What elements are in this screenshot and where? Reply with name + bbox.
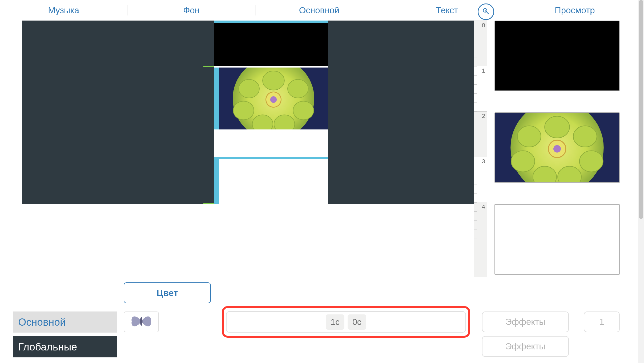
svg-point-4 <box>293 101 314 120</box>
duration-input[interactable]: 1с 0с <box>226 311 466 333</box>
thumb-black[interactable] <box>494 21 620 91</box>
tab-main[interactable]: Основной <box>256 5 383 15</box>
svg-point-21 <box>553 145 561 153</box>
side-tab-global[interactable]: Глобальные <box>13 336 117 357</box>
svg-point-7 <box>233 101 254 120</box>
tab-preview[interactable]: Просмотр <box>511 5 638 15</box>
clip-black[interactable] <box>214 21 328 66</box>
ruler-tick: 0 <box>482 22 485 29</box>
svg-point-14 <box>573 126 597 147</box>
timeline-marker <box>214 157 328 159</box>
timeline-center-track[interactable] <box>214 21 328 204</box>
duration-control-highlight: 1с 0с <box>222 306 470 338</box>
clip-gap <box>214 129 328 157</box>
svg-point-10 <box>270 96 277 103</box>
svg-point-22 <box>140 317 143 326</box>
thumb-white[interactable] <box>494 204 620 275</box>
butterfly-icon <box>129 313 153 331</box>
tab-music[interactable]: Музыка <box>0 5 128 15</box>
svg-point-2 <box>263 71 284 90</box>
effects-count-input[interactable]: 1 <box>584 311 620 332</box>
side-tab-main[interactable]: Основной <box>13 311 117 333</box>
duration-in-chip[interactable]: 1с <box>326 314 344 330</box>
timeline-ruler: 0 1 2 3 4 <box>474 21 487 277</box>
scroll-thumb[interactable] <box>639 0 643 219</box>
thumb-image[interactable] <box>494 112 620 183</box>
timeline-marker-top <box>214 21 328 23</box>
side-tabs: Основной Глобальные <box>13 311 117 357</box>
svg-point-15 <box>579 151 603 172</box>
ruler-tick: 3 <box>482 158 485 165</box>
svg-point-19 <box>517 126 541 147</box>
editor-canvas[interactable] <box>22 21 474 204</box>
svg-point-8 <box>239 80 259 98</box>
page-scrollbar[interactable] <box>638 0 644 363</box>
ruler-tick: 1 <box>482 67 485 74</box>
tab-background[interactable]: Фон <box>128 5 255 15</box>
clip-white[interactable] <box>214 159 328 204</box>
preview-thumbnails <box>494 21 620 296</box>
color-button[interactable]: Цвет <box>124 282 211 303</box>
duration-out-chip[interactable]: 0с <box>348 314 366 330</box>
ruler-tick: 2 <box>482 113 485 120</box>
ruler-tick: 4 <box>482 203 485 210</box>
svg-point-18 <box>511 151 535 172</box>
cut-marker <box>203 66 214 67</box>
cut-marker <box>203 203 214 204</box>
clip-image[interactable] <box>214 68 328 129</box>
zoom-in-icon <box>482 7 490 16</box>
effects-button-2[interactable]: Эффекты <box>482 336 569 357</box>
effects-button-1[interactable]: Эффекты <box>482 311 569 332</box>
zoom-in-button[interactable] <box>478 3 494 20</box>
top-tabs: Музыка Фон Основной Текст Просмотр <box>0 0 638 21</box>
svg-point-13 <box>545 116 569 138</box>
transition-preset-button[interactable] <box>124 311 159 332</box>
svg-point-3 <box>288 80 308 98</box>
